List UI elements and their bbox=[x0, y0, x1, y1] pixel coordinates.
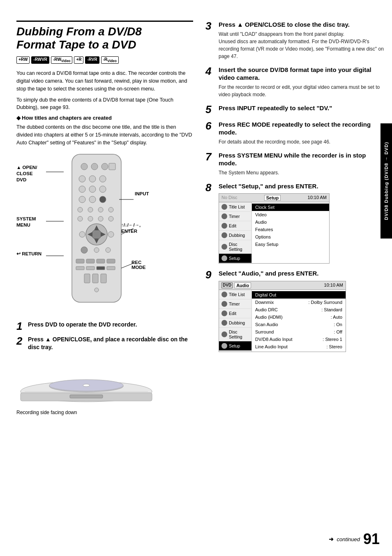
svg-rect-38 bbox=[86, 266, 95, 270]
audio-digital-out-label: Digital Out bbox=[255, 292, 276, 297]
step-9-title: Select "Audio," and press ENTER. bbox=[219, 269, 384, 278]
svg-rect-37 bbox=[76, 266, 84, 270]
svg-rect-42 bbox=[92, 274, 98, 283]
svg-point-11 bbox=[79, 196, 85, 203]
section-body: The dubbed contents on the disc become o… bbox=[16, 123, 193, 146]
menu-item-video-label: Video bbox=[255, 212, 267, 217]
badge-rwvideo: -RWVideo bbox=[51, 56, 72, 64]
sidebar-edit: Edit bbox=[219, 221, 251, 231]
timer-icon bbox=[221, 213, 227, 219]
menu-audio-body: Title List Timer Edit bbox=[219, 290, 346, 352]
svg-point-10 bbox=[99, 186, 106, 192]
audio-line-input-label: Line Audio Input bbox=[255, 344, 288, 349]
audio-item-line-input: Line Audio Input : Stereo bbox=[252, 343, 346, 350]
step-9: 9 Select "Audio," and press ENTER. DVD A… bbox=[205, 269, 384, 352]
label-rec-mode: REC MODE bbox=[131, 260, 156, 270]
menu-item-clock-set: Clock Set bbox=[252, 204, 329, 211]
menu-audio-tab: Audio bbox=[234, 283, 251, 288]
menu-setup-time: 10:10 AM bbox=[308, 195, 327, 201]
disc-setting-icon bbox=[221, 244, 227, 250]
label-input: INPUT bbox=[135, 191, 149, 196]
audio-hdmi-value: : Auto bbox=[331, 315, 342, 320]
audio-drc-label: Audio DRC bbox=[255, 307, 278, 312]
menu-audio-header: DVD Audio 10:10 AM bbox=[219, 281, 346, 290]
audio-item-drc: Audio DRC : Standard bbox=[252, 306, 346, 313]
audio-item-digital-out: Digital Out bbox=[252, 291, 346, 299]
step-8: 8 Select "Setup," and press ENTER. No Di… bbox=[205, 182, 384, 264]
menu-item-easy-setup: Easy Setup bbox=[252, 241, 329, 248]
menu-item-features: Features bbox=[252, 226, 329, 233]
audio-scan-value: : On bbox=[334, 322, 342, 327]
audio-sidebar-title-list-label: Title List bbox=[229, 292, 245, 297]
step-3-title: Press ▲ OPEN/CLOSE to close the disc tra… bbox=[219, 21, 384, 29]
menu-setup-tab: Setup bbox=[264, 195, 281, 201]
continued-text: continued bbox=[337, 536, 360, 542]
step-2-num: 2 bbox=[16, 336, 25, 346]
sidebar-disc-setting: Disc Setting bbox=[219, 240, 251, 254]
step-1-num: 1 bbox=[16, 321, 25, 331]
disc-svg bbox=[16, 357, 156, 406]
svg-point-28 bbox=[79, 232, 85, 237]
svg-point-14 bbox=[78, 207, 83, 212]
audio-surround-value: : Off bbox=[334, 329, 342, 334]
svg-point-18 bbox=[78, 216, 83, 221]
page-footer: ➜ continued 91 bbox=[329, 531, 380, 548]
step-7-num: 7 bbox=[205, 151, 215, 162]
label-open-close: ▲ OPEN/CLOSEDVD bbox=[16, 164, 37, 183]
audio-sidebar-disc-setting-label: Disc Setting bbox=[229, 329, 249, 339]
svg-point-13 bbox=[99, 196, 106, 203]
svg-rect-36 bbox=[107, 259, 115, 263]
step-2: 2 Press ▲ OPEN/CLOSE, and place a record… bbox=[16, 336, 193, 352]
menu-no-disc-label: No Disc bbox=[221, 195, 238, 201]
disc-caption: Recording side facing down bbox=[16, 410, 193, 415]
audio-downmix-label: Downmix bbox=[255, 300, 274, 305]
section-heading: How titles and chapters are created bbox=[16, 115, 193, 121]
step-7: 7 Press SYSTEM MENU while the recorder i… bbox=[205, 151, 384, 176]
intro-para2: To simply dub the entire contents of a D… bbox=[16, 96, 193, 112]
menu-audio-time: 10:10 AM bbox=[324, 283, 343, 288]
page-title: Dubbing From a DV/D8 Format Tape to a DV… bbox=[16, 21, 193, 51]
audio-timer-icon bbox=[221, 301, 227, 307]
svg-rect-40 bbox=[107, 266, 115, 270]
audio-sidebar-dubbing: Dubbing bbox=[219, 318, 251, 328]
step-3-body: Wait until "LOAD" disappears from the fr… bbox=[219, 30, 384, 60]
audio-item-dvd8-input: DV/D8 Audio Input : Stereo 1 bbox=[252, 336, 346, 343]
step-5-title: Press INPUT repeatedly to select "DV." bbox=[219, 104, 384, 112]
svg-rect-33 bbox=[76, 259, 84, 263]
title-list-icon bbox=[221, 204, 227, 210]
svg-point-12 bbox=[89, 196, 96, 203]
audio-dvd8-input-label: DV/D8 Audio Input bbox=[255, 337, 293, 342]
svg-rect-41 bbox=[84, 274, 90, 283]
svg-rect-43 bbox=[101, 274, 106, 283]
menu-audio-content: Digital Out Downmix : Dolby Surround Aud… bbox=[252, 290, 346, 352]
svg-point-8 bbox=[79, 186, 85, 192]
dubbing-icon bbox=[221, 232, 227, 238]
menu-audio-sidebar: Title List Timer Edit bbox=[219, 290, 252, 352]
svg-point-23 bbox=[92, 229, 101, 239]
sidebar-title-list-label: Title List bbox=[229, 204, 245, 209]
audio-scan-label: Scan Audio bbox=[255, 322, 278, 327]
label-enter: ↑/↓/←/→,ENTER bbox=[121, 222, 141, 234]
step-9-num: 9 bbox=[205, 269, 215, 280]
svg-point-2 bbox=[91, 163, 98, 170]
svg-rect-56 bbox=[70, 395, 103, 398]
menu-item-features-label: Features bbox=[255, 227, 273, 232]
menu-audio-screenshot: DVD Audio 10:10 AM Title List bbox=[219, 281, 346, 352]
sidebar-dubbing-label: Dubbing bbox=[229, 233, 245, 238]
audio-line-input-value: : Stereo bbox=[326, 344, 342, 349]
step-7-title: Press SYSTEM MENU while the recorder is … bbox=[219, 151, 384, 167]
step-5: 5 Press INPUT repeatedly to select "DV." bbox=[205, 104, 384, 115]
audio-dubbing-icon bbox=[221, 320, 227, 326]
svg-rect-39 bbox=[97, 266, 105, 270]
step-4-body: For the recorder to record or edit, your… bbox=[219, 83, 384, 98]
label-system-menu: SYSTEMMENU bbox=[16, 216, 36, 228]
svg-rect-35 bbox=[97, 259, 105, 263]
step-8-num: 8 bbox=[205, 182, 215, 193]
audio-sidebar-timer: Timer bbox=[219, 299, 251, 309]
svg-rect-4 bbox=[109, 163, 115, 170]
menu-item-audio-label: Audio bbox=[255, 220, 267, 225]
svg-point-16 bbox=[98, 207, 103, 212]
menu-audio-dvd-icon: DVD bbox=[221, 283, 233, 288]
format-badges: +RW -RWVR -RWVideo +R -RVR -RVideo bbox=[16, 56, 193, 64]
menu-setup-header: No Disc Setup 10:10 AM bbox=[219, 194, 329, 202]
